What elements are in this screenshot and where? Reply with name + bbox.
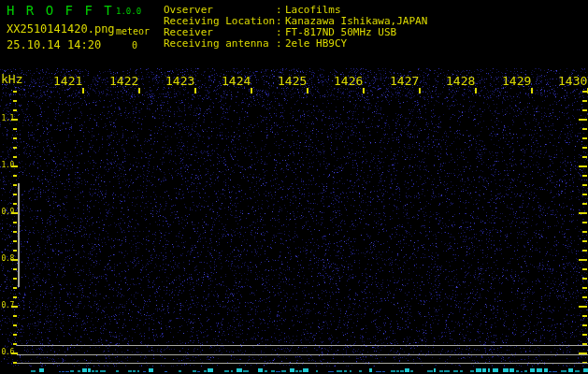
observation-mode: meteor — [116, 26, 150, 36]
time-axis-label: 1425 — [278, 74, 309, 88]
info-row-receiving-antenna: Receiving antenna:2ele HB9CY — [164, 38, 427, 50]
app-title: H R O F F T — [7, 3, 114, 18]
echo-count: 0 — [132, 40, 137, 50]
time-axis-label: 1428 — [446, 74, 478, 88]
khz-unit-label: kHz — [1, 72, 22, 86]
freq-axis-label: 1.1 — [0, 114, 14, 122]
hrofft-window: H R O F F T 1.0.0 XX2510141420.png meteo… — [0, 0, 588, 374]
time-axis-label: 1429 — [502, 74, 534, 88]
time-axis-label: 1430 — [558, 74, 588, 88]
calibration-line — [17, 345, 588, 346]
freq-axis-label: 0.6 — [0, 348, 14, 356]
info-label: Receiving antenna — [164, 38, 276, 50]
info-colon: : — [276, 38, 285, 50]
time-axis-label: 1423 — [165, 74, 197, 88]
freq-axis-label: 0.9 — [0, 208, 14, 216]
minute-ticks — [82, 88, 588, 94]
freq-axis-label: 1.0 — [0, 161, 14, 169]
time-axis-label: 1421 — [53, 74, 85, 88]
time-axis-label: 1427 — [390, 74, 422, 88]
time-axis-label: 1426 — [334, 74, 366, 88]
freq-axis-label: 0.7 — [0, 301, 14, 309]
left-marker-line — [18, 183, 20, 287]
freq-axis-label: 0.8 — [0, 254, 14, 263]
capture-datetime: 25.10.14 14:20 — [7, 38, 101, 51]
capture-filename: XX2510141420.png — [7, 22, 115, 36]
time-axis-label: 1424 — [222, 74, 253, 88]
spectrogram-noise-canvas — [0, 0, 588, 374]
freq-ticks-right-major — [579, 119, 587, 354]
app-version: 1.0.0 — [116, 7, 141, 16]
time-axis-label: 1422 — [109, 74, 141, 88]
station-info-block: Ovserver:Lacofilms Receiving Location:Ka… — [164, 5, 427, 50]
freq-ticks-left-major — [11, 119, 18, 354]
calibration-line — [17, 363, 588, 364]
info-value: 2ele HB9CY — [285, 38, 347, 50]
calibration-line — [17, 354, 588, 355]
